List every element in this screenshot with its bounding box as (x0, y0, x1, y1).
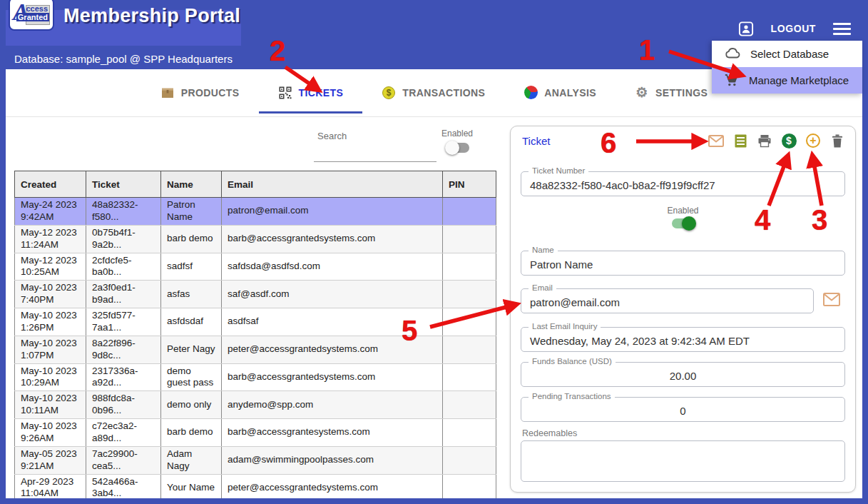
field-label: Ticket Number (529, 166, 588, 175)
cell-pin (443, 198, 496, 226)
app-window: A ccess Granted Membership Portal Databa… (0, 0, 868, 504)
panel-enabled-toggle[interactable] (670, 216, 696, 231)
last-email-inquiry-value: Wednesday, May 24, 2023 at 9:42:34 AM ED… (530, 335, 836, 347)
cell-pin (443, 446, 496, 474)
search-label: Search (317, 131, 347, 141)
receipt-icon[interactable] (732, 133, 748, 148)
add-icon[interactable]: + (805, 133, 821, 148)
table-row[interactable]: May-05 20239:21AM7ac29900-cea5...Adam Na… (15, 446, 496, 474)
tab-products[interactable]: PRODUCTS (141, 69, 259, 114)
ticket-detail-panel: Ticket $ + Ticket Number 48a82 (510, 126, 856, 493)
account-badge-icon[interactable] (738, 21, 754, 36)
table-row[interactable]: Apr-29 202311:04AM542a466a-3ab4...Your N… (15, 474, 496, 498)
logout-button[interactable]: LOGOUT (771, 23, 816, 34)
cell-name: demo only (161, 391, 222, 419)
menu-icon[interactable] (833, 23, 851, 35)
cell-ticket: 542a466a-3ab4... (86, 474, 161, 498)
cell-name: asfdsdaf (161, 308, 222, 336)
email-value: patron@email.com (530, 296, 805, 308)
cell-pin (443, 391, 496, 419)
field-label: Pending Transactions (529, 392, 615, 400)
cell-email: safdsda@asdfsd.com (222, 253, 443, 281)
print-icon[interactable] (757, 133, 772, 148)
funds-icon[interactable]: $ (781, 133, 797, 148)
ticket-toolbar: $ + (708, 133, 845, 148)
column-header-name: Name (161, 171, 222, 198)
cell-created: May-05 20239:21AM (15, 446, 86, 474)
cell-email: barb@accessgrantedsystems.com (222, 225, 443, 253)
table-row[interactable]: May-10 20239:26AMc72ec3a2-a89d...barb de… (15, 419, 496, 447)
ticket-number-field[interactable]: Ticket Number 48a82332-f580-4ac0-b8a2-ff… (521, 171, 845, 196)
cell-email: asdfsaf (222, 308, 443, 336)
table-row[interactable]: May-10 20237:40PM2a3f0ed1-b9ad...asfassa… (15, 281, 496, 308)
cell-email: barb@accessgrantesystems.com (222, 419, 443, 447)
email-field[interactable]: Email patron@email.com (521, 288, 814, 313)
name-field[interactable]: Name Patron Name (521, 251, 845, 276)
coin-icon: $ (382, 86, 396, 100)
cell-created: May-10 20231:07PM (15, 336, 86, 363)
pending-transactions-value: 0 (530, 405, 836, 417)
column-header-ticket: Ticket (86, 171, 161, 198)
cell-name: asfas (161, 281, 222, 308)
field-label: Last Email Inquiry (529, 322, 601, 331)
table-row[interactable]: May-10 202310:11AM988fdc8a-0b96...demo o… (15, 391, 496, 419)
menu-item-manage-marketplace[interactable]: Manage Marketplace (712, 67, 862, 94)
pending-transactions-field[interactable]: Pending Transactions 0 (521, 397, 845, 422)
cell-name: Patron Name (161, 198, 222, 226)
column-header-email: Email (222, 171, 443, 198)
column-header-created: Created (15, 171, 86, 198)
table-row[interactable]: May-12 202310:25AM2cfdcfe5-ba0b...sadfsf… (15, 253, 496, 281)
cell-name: barb demo (161, 419, 222, 447)
redeemables-field[interactable] (521, 440, 845, 482)
cell-pin (443, 363, 496, 391)
cell-name: Peter Nagy (161, 336, 222, 363)
email-envelope-icon[interactable] (823, 293, 840, 309)
qr-code-icon (278, 86, 292, 100)
cell-ticket: 8a22f896-9d8c... (86, 336, 161, 363)
table-row[interactable]: May-12 202311:24AM0b75b4f1-9a2b...barb d… (15, 225, 496, 253)
cell-created: May-10 20231:26PM (15, 308, 86, 336)
cell-ticket: 7ac29900-cea5... (86, 446, 161, 474)
cell-email: peter@accessgrantedsystems.com (222, 474, 443, 498)
table-header-row: Created Ticket Name Email PIN (15, 171, 496, 198)
cart-icon (725, 73, 739, 89)
gear-icon: ⚙ (635, 86, 649, 100)
tab-label: SETTINGS (655, 87, 708, 99)
cell-name: sadfsf (161, 253, 222, 281)
cell-pin (443, 419, 496, 447)
cell-created: May-10 20239:26AM (15, 419, 86, 447)
delete-icon[interactable] (829, 133, 845, 148)
cell-created: May-24 20239:42AM (15, 198, 86, 226)
field-label: Name (529, 246, 558, 254)
send-email-icon[interactable] (708, 133, 724, 148)
menu-item-select-database[interactable]: Select Database (712, 41, 862, 67)
cell-ticket: c72ec3a2-a89d... (86, 419, 161, 447)
table-row[interactable]: May-10 20231:26PM325fd577-7aa1...asfdsda… (15, 308, 496, 336)
tab-settings[interactable]: ⚙ SETTINGS (616, 69, 727, 114)
menu-item-label: Select Database (750, 48, 829, 60)
tab-analysis[interactable]: ANALYSIS (504, 69, 616, 114)
cell-name: demo guest pass (161, 363, 222, 391)
table-row[interactable]: May-10 20231:07PM8a22f896-9d8c...Peter N… (15, 336, 496, 363)
database-status: Database: sample_pool @ SPP Headquarters (14, 53, 233, 65)
page-title: Membership Portal (63, 5, 240, 27)
tab-label: TICKETS (299, 87, 344, 99)
cell-email: adam@swimmingpoolpasses.com (222, 446, 443, 474)
app-logo: A ccess Granted (9, 0, 54, 31)
search-input[interactable] (314, 143, 436, 162)
cell-ticket: 2317336a-a92d... (86, 363, 161, 391)
funds-balance-field[interactable]: Funds Balance (USD) 20.00 (521, 362, 845, 387)
tab-transactions[interactable]: $ TRANSACTIONS (362, 69, 504, 114)
cell-created: May-12 202310:25AM (15, 253, 86, 281)
last-email-inquiry-field[interactable]: Last Email Inquiry Wednesday, May 24, 20… (521, 327, 845, 352)
cell-pin (443, 253, 496, 281)
cell-name: Your Name (161, 474, 222, 498)
tab-tickets[interactable]: TICKETS (259, 69, 363, 114)
cell-pin (443, 308, 496, 336)
logo-word-2: Granted (16, 13, 49, 21)
list-enabled-toggle[interactable] (445, 141, 471, 155)
cell-ticket: 0b75b4f1-9a2b... (86, 225, 161, 253)
cell-ticket: 48a82332-f580... (86, 198, 161, 226)
table-row[interactable]: May-24 20239:42AM48a82332-f580...Patron … (15, 198, 496, 226)
table-row[interactable]: May-10 202310:29AM2317336a-a92d...demo g… (15, 363, 496, 391)
